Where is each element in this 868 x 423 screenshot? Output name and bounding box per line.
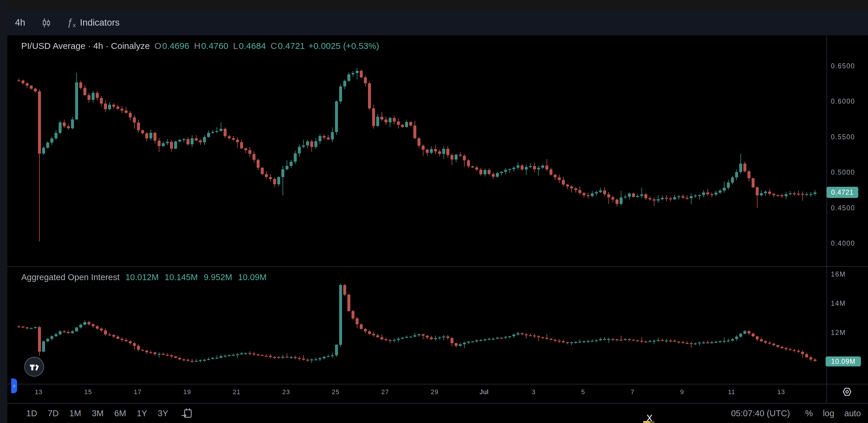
percent-scale-button[interactable]: % [805,409,813,418]
tradingview-logo[interactable] [24,357,44,377]
time-axis-tick: 5 [581,388,585,396]
open-value: 0.4696 [162,41,189,51]
partial-drawing-yellow [643,421,650,423]
oi-axis-label: 12M [831,329,846,337]
change-value: +0.0025 (+0.53%) [309,41,379,51]
time-axis-tick: Jul [480,388,489,396]
oi-axis-label: 16M [831,270,846,279]
pane-separator[interactable] [7,266,868,267]
go-to-date-icon[interactable] [181,407,193,420]
oi-axis-label: 14M [831,300,846,307]
candle-style-icon[interactable] [33,10,59,35]
auto-scale-button[interactable]: auto [844,409,861,418]
time-axis-tick: 11 [728,388,736,396]
high-value: 0.4760 [201,41,228,51]
low-value: 0.4684 [239,41,266,51]
price-axis-label: 0.4500 [831,204,855,212]
chevron-right-icon: › [13,382,15,390]
oi-low-value: 9.952M [204,272,232,282]
last-oi-badge: 10.09M [826,356,861,366]
range-button-3y[interactable]: 3Y [158,409,168,418]
open-label: O [154,41,161,51]
partial-drawing-olive [650,421,654,423]
time-axis-tick: 27 [381,388,389,396]
range-button-1m[interactable]: 1M [69,409,81,418]
range-button-3m[interactable]: 3M [92,409,103,418]
time-axis-tick: 13 [35,388,42,396]
open-interest-label[interactable]: Aggregated Open Interest [21,272,120,282]
last-price-badge: 0.4721 [827,187,858,198]
close-label: C [271,41,277,51]
price-axis-label: 0.5000 [831,168,855,176]
clock-utc[interactable]: 05:07:40 (UTC) [731,409,790,418]
low-label: L [233,41,238,51]
time-axis-tick: 19 [183,388,191,396]
price-axis-border [827,35,827,403]
range-button-1y[interactable]: 1Y [137,409,147,418]
time-axis-tick: 7 [631,388,634,396]
range-button-6m[interactable]: 6M [114,409,126,418]
bottom-toolbar-right: 05:07:40 (UTC) % log auto [731,409,861,418]
interval-button[interactable]: 4h [7,10,33,35]
time-axis-tick: 17 [134,388,142,396]
price-axis-label: 0.6500 [831,62,855,70]
time-axis-top-border [7,384,868,384]
high-label: H [194,41,200,51]
symbol-title[interactable]: PI/USD Average · 4h · Coinalyze [21,41,150,51]
fx-icon: ƒx [67,17,76,29]
time-axis-tick: 23 [282,388,290,396]
time-axis-tick: 21 [233,388,241,396]
chart-application: 4h ƒx Indicators Save Save [0,0,868,423]
time-axis-tick: 13 [777,388,785,396]
symbol-legend[interactable]: PI/USD Average · 4h · Coinalyze O 0.4696… [21,41,379,51]
tv-logo-glyph [28,361,40,372]
oi-high-value: 10.145M [165,272,198,282]
indicators-button[interactable]: ƒx Indicators [59,10,127,35]
price-axis-label: 0.5500 [831,133,855,141]
price-axis-label: 0.4000 [831,239,855,248]
time-axis-tick: 25 [332,388,339,396]
open-interest-legend[interactable]: Aggregated Open Interest 10.012M 10.145M… [21,272,267,283]
indicators-label: Indicators [80,18,119,28]
range-button-1d[interactable]: 1D [26,409,37,418]
expand-pane-handle[interactable]: › [11,379,17,393]
pane-settings-hexagon-icon[interactable] [841,386,853,398]
top-toolbar: 4h ƒx Indicators [7,10,868,35]
range-button-7d[interactable]: 7D [48,409,59,418]
time-axis-tick: 29 [431,388,438,396]
time-axis-tick: 3 [532,388,536,396]
date-range-group: 1D7D1M3M6M1Y3Y [26,409,179,418]
time-axis-tick: 9 [680,388,684,396]
oi-close-value: 10.09M [238,272,267,282]
price-axis-label: 0.6000 [831,98,855,105]
oi-open-value: 10.012M [125,272,159,282]
time-axis-tick: 15 [84,388,92,396]
log-scale-button[interactable]: log [823,409,834,418]
close-value: 0.4721 [278,41,305,51]
candlestick-canvas[interactable] [0,0,868,423]
bottom-toolbar: 1D7D1M3M6M1Y3Y 05:07:40 (UTC) % log auto [7,403,868,423]
